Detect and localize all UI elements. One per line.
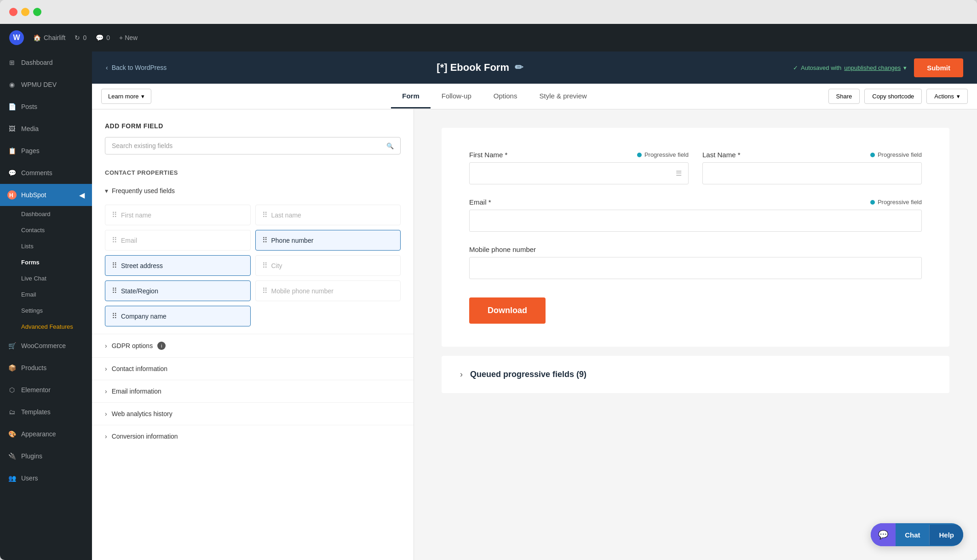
- fields-grid: ⠿ First name ⠿ Last name ⠿ Ema: [105, 200, 401, 334]
- updates-count: 0: [83, 34, 86, 41]
- actions-button[interactable]: Actions ▾: [926, 89, 968, 104]
- sidebar-item-products[interactable]: 📦 Products: [0, 357, 92, 379]
- help-label[interactable]: Help: [929, 525, 963, 545]
- field-item-company[interactable]: ⠿ Company name: [105, 306, 251, 326]
- chat-icon-part: 💬: [871, 523, 896, 546]
- copy-shortcode-button[interactable]: Copy shortcode: [864, 89, 922, 104]
- sidebar-item-hubspot[interactable]: H HubSpot ◀: [0, 184, 92, 206]
- field-label-street: Street address: [121, 262, 163, 269]
- sidebar-item-woocommerce[interactable]: 🛒 WooCommerce: [0, 335, 92, 357]
- traffic-lights: [9, 8, 41, 16]
- field-item-street[interactable]: ⠿ Street address: [105, 255, 251, 276]
- sidebar-item-users[interactable]: 👥 Users: [0, 467, 92, 489]
- sidebar-sub-livechat[interactable]: Live Chat: [0, 270, 92, 286]
- header-right: ✓ Autosaved with unpublished changes ▾ S…: [793, 58, 963, 77]
- sidebar-item-wpmu[interactable]: ◉ WPMU DEV: [0, 74, 92, 96]
- sidebar-item-dashboard[interactable]: ⊞ Dashboard: [0, 51, 92, 74]
- chat-label[interactable]: Chat: [896, 525, 929, 545]
- admin-bar-comments[interactable]: 💬 0: [96, 34, 110, 41]
- last-name-group: Last Name * Progressive field: [702, 151, 922, 184]
- hubspot-arrow: ◀: [79, 191, 85, 200]
- sidebar-item-appearance[interactable]: 🎨 Appearance: [0, 423, 92, 445]
- chevron-right-icon: ›: [105, 365, 107, 372]
- mobile-group: Mobile phone number: [469, 246, 922, 279]
- sidebar-sub-forms[interactable]: Forms: [0, 254, 92, 270]
- minimize-button[interactable]: [21, 8, 29, 16]
- sidebar-label-users: Users: [21, 474, 38, 482]
- admin-bar-updates[interactable]: ↻ 0: [75, 34, 86, 41]
- back-button[interactable]: ‹ Back to WordPress: [106, 64, 167, 71]
- sidebar-sub-lists[interactable]: Lists: [0, 238, 92, 254]
- sidebar-sub-email[interactable]: Email: [0, 286, 92, 303]
- contact-info-toggle[interactable]: › Contact information: [105, 358, 401, 380]
- chat-widget[interactable]: 💬 Chat Help: [871, 523, 963, 546]
- email-label-row: Email * Progressive field: [469, 198, 922, 206]
- media-icon: 🖼: [7, 124, 17, 133]
- gdpr-toggle[interactable]: › GDPR options i: [105, 334, 401, 357]
- admin-bar-new[interactable]: + New: [119, 34, 138, 41]
- share-button[interactable]: Share: [828, 89, 860, 104]
- gdpr-section: › GDPR options i: [92, 334, 414, 357]
- sidebar-item-media[interactable]: 🖼 Media: [0, 118, 92, 140]
- submit-button[interactable]: Submit: [914, 58, 963, 77]
- field-item-mobile[interactable]: ⠿ Mobile phone number: [255, 280, 401, 301]
- sidebar-sub-dashboard[interactable]: Dashboard: [0, 206, 92, 222]
- learn-more-chevron-icon: ▾: [141, 93, 144, 100]
- search-input[interactable]: [112, 142, 382, 149]
- tab-options[interactable]: Options: [483, 85, 529, 109]
- sidebar-item-pages[interactable]: 📋 Pages: [0, 140, 92, 162]
- maximize-button[interactable]: [33, 8, 41, 16]
- field-item-state[interactable]: ⠿ State/Region: [105, 280, 251, 301]
- drag-handle-icon: ⠿: [112, 286, 117, 295]
- first-name-label-row: First Name * Progressive field: [469, 151, 689, 159]
- pages-icon: 📋: [7, 146, 17, 155]
- field-item-phone[interactable]: ⠿ Phone number: [255, 230, 401, 251]
- field-label-city: City: [271, 262, 282, 269]
- dropdown-arrow-icon[interactable]: ▾: [903, 64, 907, 71]
- email-input[interactable]: [469, 210, 922, 232]
- last-name-label-row: Last Name * Progressive field: [702, 151, 922, 159]
- download-button[interactable]: Download: [469, 297, 546, 324]
- email-info-section: › Email information: [92, 380, 414, 402]
- first-name-input[interactable]: ☰: [469, 162, 689, 184]
- tab-style-preview[interactable]: Style & preview: [528, 85, 598, 109]
- field-item-city[interactable]: ⠿ City: [255, 255, 401, 276]
- tab-followup[interactable]: Follow-up: [431, 85, 483, 109]
- tab-form[interactable]: Form: [391, 85, 431, 109]
- sidebar-sub-advanced[interactable]: Advanced Features: [0, 319, 92, 335]
- web-analytics-toggle[interactable]: › Web analytics history: [105, 403, 401, 425]
- frequently-used-toggle[interactable]: ▾ Frequently used fields: [105, 182, 401, 200]
- admin-bar-site[interactable]: 🏠 Chairlift: [33, 34, 65, 41]
- sidebar-sub-settings[interactable]: Settings: [0, 303, 92, 319]
- sidebar-item-templates[interactable]: 🗂 Templates: [0, 401, 92, 423]
- form-title-text: [*] Ebook Form: [437, 62, 509, 74]
- field-label-phone: Phone number: [271, 237, 314, 244]
- sidebar-item-elementor[interactable]: ⬡ Elementor: [0, 379, 92, 401]
- sidebar-item-plugins[interactable]: 🔌 Plugins: [0, 445, 92, 467]
- first-name-group: First Name * Progressive field ☰: [469, 151, 689, 184]
- search-container: 🔍: [92, 137, 414, 164]
- form-editor-header: ‹ Back to WordPress [*] Ebook Form ✏ ✓ A…: [92, 51, 977, 84]
- queued-section[interactable]: › Queued progressive fields (9): [442, 356, 949, 393]
- learn-more-button[interactable]: Learn more ▾: [101, 89, 151, 104]
- sidebar-sub-contacts[interactable]: Contacts: [0, 222, 92, 238]
- drag-handle-icon: ⠿: [262, 261, 268, 270]
- field-item-email[interactable]: ⠿ Email: [105, 230, 251, 251]
- sidebar-item-posts[interactable]: 📄 Posts: [0, 96, 92, 118]
- email-info-toggle[interactable]: › Email information: [105, 380, 401, 402]
- users-icon: 👥: [7, 474, 17, 483]
- close-button[interactable]: [9, 8, 17, 16]
- sidebar-label-comments: Comments: [21, 169, 52, 177]
- field-item-firstname[interactable]: ⠿ First name: [105, 205, 251, 225]
- unpublished-changes-link[interactable]: unpublished changes: [844, 64, 901, 71]
- conversion-toggle[interactable]: › Conversion information: [105, 425, 401, 447]
- field-item-lastname[interactable]: ⠿ Last name: [255, 205, 401, 225]
- email-progressive-badge: Progressive field: [870, 199, 922, 206]
- sidebar-item-comments[interactable]: 💬 Comments: [0, 162, 92, 184]
- last-name-input[interactable]: [702, 162, 922, 184]
- comments-icon: 💬: [96, 34, 103, 41]
- edit-icon[interactable]: ✏: [515, 62, 523, 74]
- search-icon: 🔍: [386, 143, 394, 149]
- mobile-input[interactable]: [469, 257, 922, 279]
- info-icon[interactable]: i: [157, 342, 166, 350]
